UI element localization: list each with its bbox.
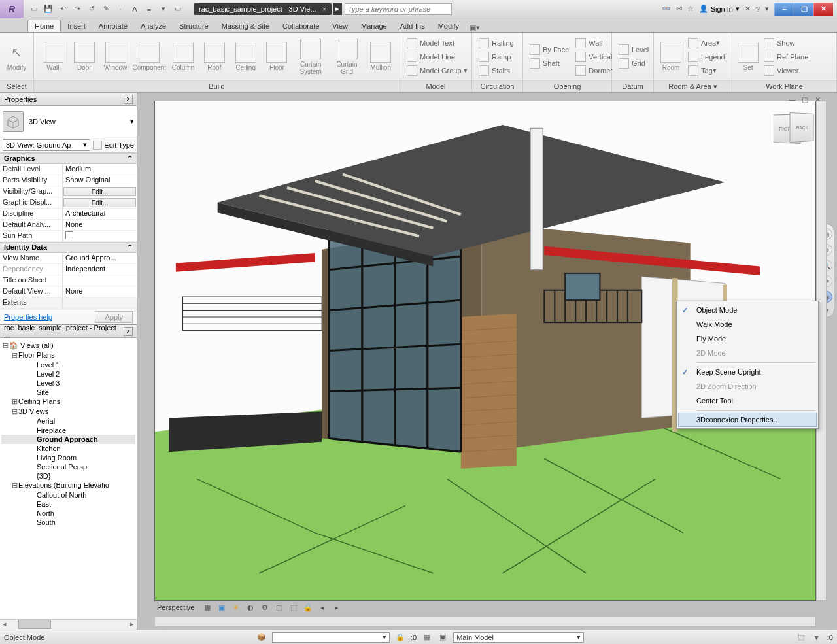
visual-style-icon[interactable]: ▣ — [216, 602, 227, 613]
prop-row[interactable]: Title on Sheet — [0, 275, 137, 286]
tree-item[interactable]: Callout of North — [1, 490, 135, 500]
legend-button[interactable]: Legend — [685, 50, 728, 63]
ribbon-tab-massing[interactable]: Massing & Site — [215, 20, 276, 32]
document-tab[interactable]: rac_basic_sample_project - 3D Vie... × — [194, 3, 332, 15]
properties-type-selector[interactable]: 3D View ▾ — [0, 106, 137, 137]
mullion-button[interactable]: Mullion — [366, 35, 396, 78]
tree-item[interactable]: East — [1, 500, 135, 509]
railing-button[interactable]: Railing — [476, 37, 517, 50]
main-model-icon[interactable]: ▣ — [437, 632, 448, 643]
tree-floorplans[interactable]: ⊟Floor Plans — [1, 350, 135, 360]
window-close[interactable]: ✕ — [813, 3, 833, 16]
redo-icon[interactable]: ↷ — [72, 4, 82, 14]
set-wp-button[interactable]: Set — [736, 35, 760, 78]
menu-keep-upright[interactable]: ✓Keep Scene Upright — [678, 365, 817, 379]
design-option-combo[interactable]: Main Model▾ — [453, 632, 584, 643]
crop-visible-icon[interactable]: ⬚ — [288, 602, 299, 613]
area-button[interactable]: Area▾ — [685, 37, 728, 50]
tree-root[interactable]: ⊟🏠 Views (all) — [1, 341, 135, 350]
byface-button[interactable]: By Face — [527, 43, 572, 56]
wall-opening-button[interactable]: Wall — [573, 37, 615, 50]
prop-row[interactable]: View NameGround Appro... — [0, 253, 137, 264]
sun-path-icon[interactable]: ☀ — [231, 602, 241, 613]
properties-apply-button[interactable]: Apply — [95, 311, 133, 323]
prop-value[interactable]: Show Original — [63, 175, 137, 186]
shadows-icon[interactable]: ◐ — [245, 602, 256, 613]
stairs-button[interactable]: Stairs — [476, 64, 517, 77]
room-button[interactable]: Room — [658, 35, 684, 78]
prop-edit-button[interactable]: Edit... — [63, 187, 136, 196]
viewcube[interactable]: RIGHT BACK — [770, 107, 810, 146]
prop-row[interactable]: Detail LevelMedium — [0, 164, 137, 175]
prop-row[interactable]: Default View ...None — [0, 286, 137, 297]
prop-edit-button[interactable]: Edit... — [63, 198, 136, 207]
undo-icon[interactable]: ↶ — [58, 4, 68, 14]
floor-button[interactable]: Floor — [262, 35, 292, 78]
prop-value[interactable] — [63, 231, 137, 241]
measure-icon[interactable]: ✎ — [101, 4, 111, 14]
properties-header[interactable]: Properties x — [0, 93, 137, 106]
properties-instance-combo[interactable]: 3D View: Ground Ap▾ — [3, 139, 90, 151]
exchange-icon[interactable]: ✕ — [745, 5, 751, 13]
switch-win2-icon[interactable]: ▭ — [173, 4, 183, 14]
menu-center-tool[interactable]: Center Tool — [678, 394, 817, 408]
prop-category-identity[interactable]: Identity Data⌃ — [0, 242, 137, 253]
browser-header[interactable]: rac_basic_sample_project - Project ... x — [0, 325, 137, 338]
prop-row[interactable]: Parts VisibilityShow Original — [0, 175, 137, 186]
window-button[interactable]: Window — [101, 35, 131, 78]
wall-button[interactable]: Wall — [38, 35, 68, 78]
editable-only-icon[interactable]: 🔒 — [395, 632, 405, 643]
vertical-button[interactable]: Vertical — [573, 50, 615, 63]
view-min-icon[interactable]: — — [789, 95, 798, 105]
tree-item[interactable]: Level 1 — [1, 360, 135, 369]
prop-value[interactable]: Ground Appro... — [63, 253, 137, 263]
menu-fly-mode[interactable]: Fly Mode — [678, 331, 817, 346]
tree-item[interactable]: Kitchen — [1, 444, 135, 453]
switch-win-icon[interactable]: ▾ — [158, 4, 169, 14]
dormer-button[interactable]: Dormer — [573, 64, 615, 77]
workset-combo[interactable]: ▾ — [272, 632, 390, 643]
tag-button[interactable]: Tag▾ — [685, 64, 728, 77]
browser-close-icon[interactable]: x — [124, 327, 133, 336]
open-icon[interactable]: ▭ — [29, 4, 39, 14]
ribbon-tab-structure[interactable]: Structure — [173, 20, 215, 32]
tree-item[interactable]: South — [1, 518, 135, 527]
prop-row[interactable]: Default Analy...None — [0, 220, 137, 231]
tree-item[interactable]: Living Room — [1, 453, 135, 462]
select-links-icon[interactable]: ⬚ — [796, 632, 806, 643]
rendering-icon[interactable]: ⚙ — [260, 602, 270, 613]
prop-row[interactable]: DependencyIndependent — [0, 264, 137, 275]
comm-center-icon[interactable]: ✉ — [676, 5, 682, 13]
component-button[interactable]: Component — [131, 35, 167, 78]
filter-icon[interactable]: ▼ — [811, 632, 822, 643]
app-logo[interactable]: R — [0, 0, 24, 18]
level-button[interactable]: Level — [616, 43, 651, 56]
save-icon[interactable]: 💾 — [43, 4, 54, 14]
properties-close-icon[interactable]: x — [124, 95, 133, 104]
tree-item[interactable]: Aerial — [1, 416, 135, 426]
door-button[interactable]: Door — [69, 35, 99, 78]
tree-3dviews[interactable]: ⊟3D Views — [1, 407, 135, 416]
grid-button[interactable]: Grid — [616, 57, 651, 70]
close-doc-icon[interactable]: × — [322, 5, 326, 13]
prop-row[interactable]: DisciplineArchitectural — [0, 209, 137, 220]
favorites-icon[interactable]: ☆ — [687, 5, 694, 13]
ramp-button[interactable]: Ramp — [476, 50, 517, 63]
temp-hide-icon[interactable]: ◂ — [317, 602, 328, 613]
help-chevron-icon[interactable]: ▾ — [765, 5, 769, 13]
tree-item[interactable]: North — [1, 509, 135, 518]
shaft-button[interactable]: Shaft — [527, 57, 572, 70]
tree-item[interactable]: Fireplace — [1, 426, 135, 435]
modify-button[interactable]: ↖ Modify — [4, 35, 29, 78]
prop-row[interactable]: Sun Path — [0, 231, 137, 242]
properties-help-link[interactable]: Properties help — [4, 313, 52, 321]
crop-icon[interactable]: ▢ — [274, 602, 284, 613]
tree-item[interactable]: {3D} — [1, 471, 135, 481]
ribbon-tab-insert[interactable]: Insert — [61, 20, 92, 32]
refplane-button[interactable]: Ref Plane — [761, 50, 811, 63]
prop-category-graphics[interactable]: Graphics⌃ — [0, 153, 137, 164]
viewcube-back[interactable]: BACK — [790, 112, 814, 143]
signin-button[interactable]: 👤 Sign In ▾ — [699, 5, 740, 13]
reveal-icon[interactable]: ▸ — [332, 602, 342, 613]
search-input[interactable] — [345, 3, 452, 15]
